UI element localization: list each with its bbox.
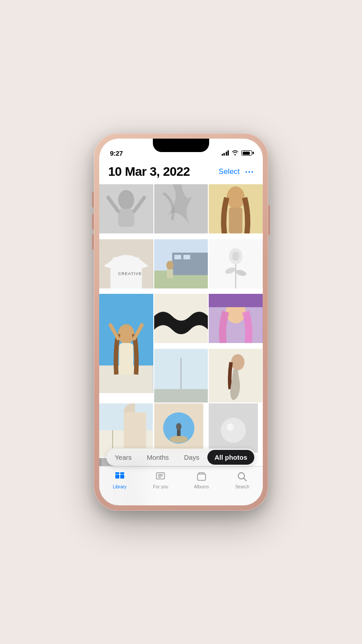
grid-cell[interactable] [154, 403, 203, 453]
segment-days[interactable]: Days [177, 450, 206, 465]
svg-rect-2 [118, 209, 134, 227]
svg-point-48 [170, 436, 188, 443]
svg-rect-50 [177, 430, 181, 436]
svg-rect-35 [209, 294, 263, 307]
grid-cell[interactable] [209, 349, 262, 402]
header: 10 Mar 3, 2022 Select ··· [99, 161, 263, 184]
wifi-icon [232, 150, 239, 157]
more-button[interactable]: ··· [245, 167, 254, 177]
svg-point-28 [118, 324, 134, 344]
grid-cell[interactable] [154, 239, 208, 293]
svg-rect-44 [124, 412, 146, 448]
tab-for-you[interactable]: For you [140, 471, 181, 489]
svg-rect-19 [167, 269, 173, 278]
grid-cell[interactable] [209, 294, 263, 348]
svg-rect-6 [209, 184, 263, 233]
segment-years[interactable]: Years [108, 450, 139, 465]
svg-rect-32 [154, 294, 208, 343]
svg-point-53 [227, 424, 234, 431]
svg-rect-9 [99, 239, 153, 288]
svg-point-7 [227, 186, 245, 209]
svg-point-41 [231, 354, 244, 370]
svg-rect-16 [174, 255, 181, 259]
svg-rect-59 [120, 475, 124, 479]
svg-rect-40 [209, 349, 262, 402]
grid-cell[interactable]: CREATIVE [99, 239, 153, 293]
grid-cell[interactable] [209, 239, 263, 293]
svg-rect-5 [154, 184, 208, 233]
svg-rect-58 [115, 475, 119, 479]
grid-cell[interactable] [99, 184, 153, 238]
svg-rect-27 [99, 366, 153, 394]
tab-library[interactable]: Library [99, 471, 140, 489]
svg-line-68 [244, 479, 247, 481]
svg-rect-33 [209, 294, 263, 343]
page-title: 10 Mar 3, 2022 [108, 165, 190, 179]
svg-rect-37 [154, 349, 208, 389]
grid-cell[interactable] [209, 403, 258, 453]
svg-rect-43 [99, 403, 153, 430]
svg-rect-31 [119, 343, 133, 374]
svg-point-23 [236, 269, 247, 277]
svg-rect-20 [209, 239, 263, 288]
segment-months[interactable]: Months [140, 450, 176, 465]
svg-point-52 [221, 418, 246, 443]
albums-icon [196, 471, 207, 483]
phone-screen: 9:27 [99, 139, 263, 505]
svg-rect-12 [154, 239, 208, 288]
tab-search[interactable]: Search [222, 471, 263, 489]
phone-device: 9:27 [94, 133, 268, 511]
svg-rect-36 [154, 349, 208, 402]
svg-rect-13 [154, 239, 208, 271]
svg-line-30 [134, 325, 142, 339]
svg-point-25 [232, 252, 240, 261]
photo-grid: CREATIVE [99, 184, 263, 505]
library-icon [114, 471, 126, 483]
svg-point-49 [176, 423, 181, 430]
for-you-icon [155, 471, 166, 483]
signal-icon [222, 150, 229, 156]
svg-rect-46 [154, 403, 203, 453]
tab-bar: Library For you [99, 466, 263, 505]
svg-rect-17 [183, 255, 190, 259]
svg-rect-66 [198, 474, 206, 480]
status-icons [222, 150, 253, 157]
svg-rect-26 [99, 294, 153, 393]
segment-bar-container: Years Months Days All photos [99, 449, 263, 466]
notch [153, 139, 209, 152]
grid-cell[interactable] [154, 184, 208, 238]
svg-rect-60 [115, 472, 119, 474]
grid-cell[interactable] [154, 294, 208, 348]
battery-icon [241, 150, 252, 156]
segment-bar: Years Months Days All photos [106, 449, 256, 466]
status-time: 9:27 [110, 149, 123, 157]
tab-for-you-label: For you [153, 484, 168, 489]
search-icon [236, 471, 248, 483]
svg-point-47 [163, 412, 194, 444]
svg-point-1 [118, 190, 134, 210]
grid-cell[interactable] [99, 294, 153, 393]
segment-all-photos[interactable]: All photos [207, 450, 254, 465]
svg-rect-0 [99, 184, 153, 233]
header-actions: Select ··· [219, 167, 254, 177]
tab-albums[interactable]: Albums [181, 471, 222, 489]
svg-point-24 [229, 248, 243, 264]
svg-rect-61 [120, 472, 124, 474]
svg-rect-10 [113, 257, 139, 288]
svg-rect-38 [154, 389, 208, 402]
svg-line-3 [108, 198, 118, 211]
svg-line-4 [134, 198, 144, 211]
svg-rect-14 [154, 271, 208, 288]
svg-rect-51 [209, 403, 258, 453]
svg-point-22 [224, 266, 236, 275]
svg-point-34 [226, 300, 246, 323]
tab-library-label: Library [113, 484, 126, 489]
grid-cell[interactable] [209, 184, 263, 238]
svg-line-29 [110, 325, 118, 339]
tab-search-label: Search [235, 484, 249, 489]
svg-text:CREATIVE: CREATIVE [118, 271, 142, 276]
tab-albums-label: Albums [194, 484, 209, 489]
select-button[interactable]: Select [219, 167, 240, 176]
svg-point-18 [166, 261, 173, 270]
grid-cell[interactable] [154, 349, 208, 402]
